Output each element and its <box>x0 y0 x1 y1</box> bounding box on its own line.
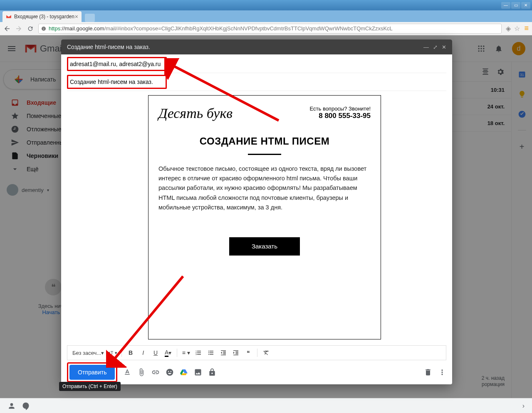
remove-formatting-button[interactable] <box>261 347 272 358</box>
compose-close-icon[interactable]: ✕ <box>442 44 446 50</box>
gmail-favicon-icon <box>6 14 12 20</box>
add-addon-button[interactable]: + <box>520 142 525 152</box>
compose-title: Создание html-писем на заказ. <box>67 44 150 50</box>
url-path: /mail/#inbox?compose=CllgCJlKnfhbRgXqltX… <box>104 25 393 32</box>
email-title: СОЗДАНИЕ HTML ПИСЕМ <box>158 135 371 147</box>
apps-grid-icon[interactable] <box>477 44 485 53</box>
svg-text:31: 31 <box>520 73 524 77</box>
email-questions-text: Есть вопросы? Звоните! <box>310 106 371 112</box>
gmail-logo-text: Gmail <box>40 43 64 54</box>
tasks-icon[interactable] <box>518 110 526 118</box>
plus-icon <box>13 74 25 85</box>
send-tooltip: Отправить (Ctrl + Enter) <box>59 382 121 391</box>
reload-button[interactable] <box>27 25 34 32</box>
star-icon <box>11 112 19 120</box>
chrome-menu-button[interactable]: ≡ <box>524 24 529 33</box>
compose-minimize-icon[interactable]: — <box>423 44 429 50</box>
formatting-options-icon[interactable] <box>123 368 131 376</box>
insert-drive-icon[interactable] <box>180 368 188 376</box>
shield-icon[interactable]: ◈ <box>506 25 511 32</box>
browser-tab-title: Входящие (3) - toysgarden <box>14 14 74 20</box>
window-minimize-button[interactable]: — <box>501 2 510 9</box>
indent-more-button[interactable] <box>230 347 241 358</box>
account-avatar[interactable]: d <box>512 42 525 55</box>
font-size-button[interactable]: тТ ▾ <box>107 347 118 358</box>
window-titlebar: — ▭ ✕ <box>0 0 532 10</box>
discard-draft-icon[interactable] <box>424 368 432 376</box>
italic-button[interactable]: I <box>138 347 148 358</box>
underline-button[interactable]: U <box>150 347 161 358</box>
send-button[interactable]: Отправить <box>69 365 115 380</box>
window-close-button[interactable]: ✕ <box>521 2 530 9</box>
activity-time: 2 ч. назад <box>482 375 505 382</box>
more-options-icon[interactable] <box>438 368 446 376</box>
email-brand: Десять букв <box>158 106 233 121</box>
window-maximize-button[interactable]: ▭ <box>511 2 520 9</box>
gmail-logo[interactable]: Gmail <box>24 43 64 54</box>
insert-link-icon[interactable] <box>151 368 160 376</box>
browser-tab[interactable]: Входящие (3) - toysgarden × <box>2 11 82 22</box>
bold-button[interactable]: B <box>125 347 136 358</box>
svg-point-0 <box>478 45 480 47</box>
calendar-icon[interactable]: 31 <box>518 70 526 79</box>
compose-footer: Отправить <box>61 360 452 384</box>
svg-point-4 <box>480 48 482 49</box>
bookmark-star-icon[interactable]: ☆ <box>514 25 520 32</box>
svg-point-8 <box>483 50 484 52</box>
email-body-text: Обычное текстовое письмо, состоящее из о… <box>158 164 371 212</box>
compose-label: Написать <box>30 76 56 83</box>
hangouts-bubble-icon[interactable] <box>22 402 30 410</box>
attach-file-icon[interactable] <box>137 368 146 376</box>
url-protocol: https <box>49 25 60 32</box>
gmail-logo-icon <box>24 44 37 54</box>
hangouts-footer: › <box>0 398 532 413</box>
confidential-mode-icon[interactable] <box>208 368 216 376</box>
indent-less-button[interactable] <box>218 347 229 358</box>
input-tools-icon[interactable] <box>481 68 490 76</box>
compose-body[interactable]: Десять букв Есть вопросы? Звоните! 8 800… <box>61 91 452 344</box>
dropdown-caret-icon: ▾ <box>47 188 49 192</box>
url-domain: ://mail.google.com <box>60 25 104 32</box>
bullet-list-button[interactable] <box>205 347 216 358</box>
close-tab-icon[interactable]: × <box>75 13 78 20</box>
clock-icon <box>11 125 19 133</box>
numbered-list-button[interactable] <box>193 347 204 358</box>
forward-button[interactable] <box>15 25 22 32</box>
email-phone: 8 800 555-33-95 <box>310 112 371 120</box>
recipients-input[interactable] <box>70 58 164 70</box>
quote-button[interactable]: ❝ <box>243 347 254 358</box>
main-menu-button[interactable] <box>7 44 17 54</box>
align-button[interactable]: ≡ ▾ <box>181 347 191 358</box>
browser-address-bar: https://mail.google.com/mail/#inbox?comp… <box>0 22 532 35</box>
font-family-dropdown[interactable]: Без засеч... ▾ <box>71 347 106 358</box>
format-toolbar: Без засеч... ▾ тТ ▾ B I U A ▾ ≡ ▾ ❝ <box>67 345 446 360</box>
insert-emoji-icon[interactable] <box>166 368 174 376</box>
notifications-icon[interactable] <box>495 44 503 53</box>
keep-icon[interactable] <box>518 90 526 98</box>
back-button[interactable] <box>3 25 11 32</box>
subject-input[interactable] <box>70 76 164 88</box>
send-icon <box>11 138 19 147</box>
new-tab-button[interactable] <box>85 14 95 22</box>
activity-link[interactable]: рормация <box>482 381 505 388</box>
compose-titlebar[interactable]: Создание html-писем на заказ. — ⤢ ✕ <box>61 39 452 54</box>
url-input[interactable]: https://mail.google.com/mail/#inbox?comp… <box>38 24 502 34</box>
insert-photo-icon[interactable] <box>194 368 202 376</box>
compose-window: Создание html-писем на заказ. — ⤢ ✕ Деся… <box>61 39 452 384</box>
right-side-panel: 31 + <box>511 62 532 413</box>
settings-gear-icon[interactable] <box>496 68 505 76</box>
svg-point-2 <box>483 45 484 47</box>
inbox-icon <box>11 98 19 107</box>
person-icon[interactable] <box>7 402 16 410</box>
svg-point-3 <box>478 48 480 49</box>
svg-point-5 <box>483 48 484 49</box>
email-cta-button[interactable]: Заказать <box>229 237 300 256</box>
expand-chevron-icon[interactable]: › <box>522 402 525 410</box>
hangouts-quote-icon: ❝ <box>45 279 62 295</box>
user-avatar-small <box>7 184 18 196</box>
email-preview: Десять букв Есть вопросы? Звоните! 8 800… <box>148 95 381 339</box>
compose-fullscreen-icon[interactable]: ⤢ <box>433 44 438 50</box>
svg-point-6 <box>478 50 480 52</box>
text-color-button[interactable]: A ▾ <box>163 347 173 358</box>
svg-point-7 <box>480 50 482 52</box>
